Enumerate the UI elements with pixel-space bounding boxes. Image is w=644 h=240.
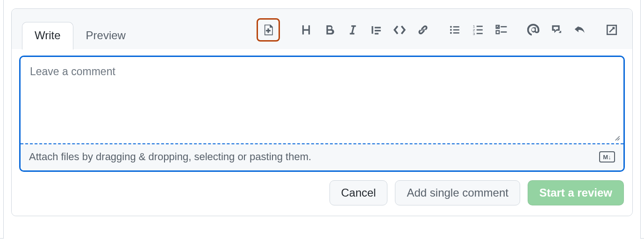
reply-icon[interactable] bbox=[570, 20, 590, 40]
attach-hint-text: Attach files by dragging & dropping, sel… bbox=[29, 151, 311, 163]
diff-suggestion-icon[interactable] bbox=[257, 18, 280, 42]
editor-body: Attach files by dragging & dropping, sel… bbox=[12, 49, 632, 216]
italic-icon[interactable] bbox=[343, 20, 363, 40]
action-bar: Cancel Add single comment Start a review bbox=[19, 172, 625, 207]
task-list-icon[interactable] bbox=[491, 20, 512, 40]
editor-focus-ring: Attach files by dragging & dropping, sel… bbox=[19, 56, 625, 172]
add-single-comment-button[interactable]: Add single comment bbox=[395, 180, 520, 205]
cancel-button[interactable]: Cancel bbox=[329, 180, 388, 205]
svg-point-2 bbox=[450, 32, 452, 34]
svg-rect-3 bbox=[453, 26, 459, 28]
svg-rect-9 bbox=[477, 26, 483, 27]
svg-rect-5 bbox=[453, 32, 459, 34]
code-icon[interactable] bbox=[389, 20, 410, 40]
editor-tabs: Write Preview bbox=[22, 21, 138, 49]
tab-preview[interactable]: Preview bbox=[73, 22, 138, 49]
svg-rect-13 bbox=[496, 31, 500, 34]
mention-icon[interactable] bbox=[523, 20, 544, 40]
unordered-list-icon[interactable] bbox=[444, 20, 465, 40]
cross-reference-icon[interactable] bbox=[546, 20, 567, 40]
tab-write[interactable]: Write bbox=[22, 22, 73, 49]
editor-header: Write Preview bbox=[12, 9, 632, 49]
svg-point-0 bbox=[450, 26, 452, 28]
comment-panel: Write Preview bbox=[11, 8, 633, 216]
fullscreen-icon[interactable] bbox=[601, 20, 622, 40]
svg-rect-10 bbox=[477, 29, 483, 31]
svg-text:3: 3 bbox=[473, 32, 475, 36]
attach-bar[interactable]: Attach files by dragging & dropping, sel… bbox=[21, 143, 623, 170]
svg-rect-4 bbox=[453, 29, 459, 31]
svg-rect-11 bbox=[477, 33, 483, 35]
quote-icon[interactable] bbox=[366, 20, 386, 40]
ordered-list-icon[interactable]: 123 bbox=[468, 20, 488, 40]
svg-point-1 bbox=[450, 29, 452, 31]
svg-rect-14 bbox=[501, 26, 507, 28]
markdown-help-icon[interactable]: M↓ bbox=[599, 151, 615, 162]
bold-icon[interactable] bbox=[319, 20, 340, 40]
start-review-button[interactable]: Start a review bbox=[528, 180, 624, 205]
comment-textarea[interactable] bbox=[21, 57, 623, 141]
link-icon[interactable] bbox=[413, 20, 433, 40]
heading-icon[interactable] bbox=[296, 20, 316, 40]
formatting-toolbar: 123 bbox=[257, 18, 625, 49]
svg-rect-15 bbox=[501, 31, 507, 33]
